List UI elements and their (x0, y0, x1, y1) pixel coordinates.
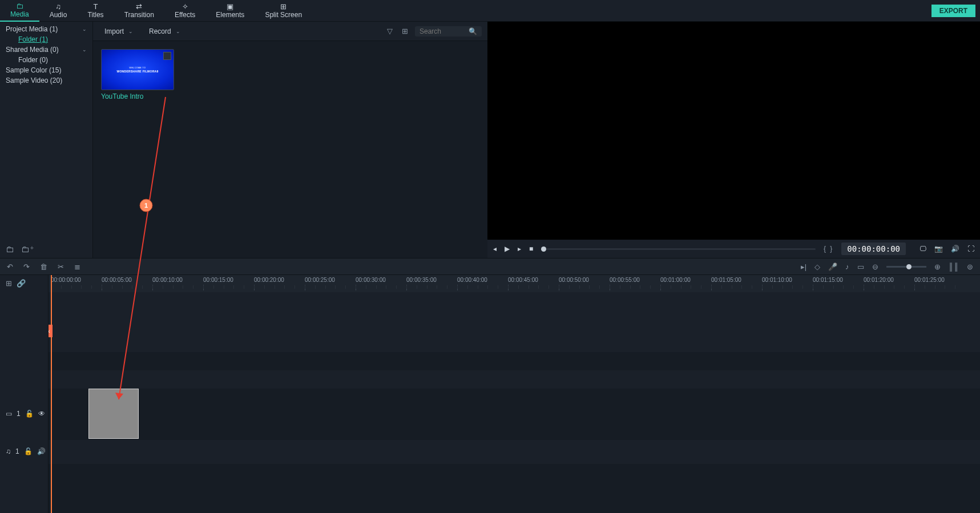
tab-split-screen[interactable]: ⊞ Split Screen (255, 0, 312, 22)
settings-icon[interactable]: ⊚ (967, 262, 973, 271)
sidebar-item-project-media[interactable]: Project Media (1) ⌄ (0, 24, 92, 34)
tab-label: Elements (216, 11, 244, 19)
tab-elements[interactable]: ▣ Elements (205, 0, 255, 22)
time-ruler[interactable]: 00:00:00:0000:00:05:0000:00:10:0000:00:1… (49, 275, 980, 292)
undo-button[interactable]: ↶ (7, 262, 13, 271)
media-tree: Project Media (1) ⌄ Folder (1) Shared Me… (0, 22, 92, 258)
fullscreen-icon[interactable]: ⛶ (967, 245, 974, 253)
ruler-mark: 00:00:30:00 (356, 277, 386, 283)
crop-icon[interactable]: ▭ (857, 262, 864, 271)
text-icon: T (94, 3, 98, 10)
display-icon[interactable]: 🖵 (919, 245, 926, 253)
stop-button[interactable]: ■ (529, 245, 533, 253)
lock-icon[interactable]: 🔓 (24, 447, 33, 455)
audio-mixer-icon[interactable]: ♪ (845, 262, 849, 271)
zoom-handle[interactable] (906, 264, 912, 269)
music-icon: ♫ (55, 3, 61, 10)
new-folder-plus-icon[interactable]: 🗀⁺ (21, 244, 34, 255)
playhead[interactable] (51, 275, 52, 513)
dropdown-label: Record (149, 27, 171, 35)
playhead-handle[interactable]: ‹ (49, 325, 53, 337)
sidebar-item-folder-0[interactable]: Folder (0) (0, 55, 92, 65)
audio-track-num: 1 (15, 447, 19, 455)
track-menu-icon[interactable]: ⊞ (6, 279, 12, 288)
zoom-out-icon[interactable]: ⊖ (872, 262, 878, 271)
redo-button[interactable]: ↷ (23, 262, 30, 271)
search-icon[interactable]: 🔍 (469, 27, 477, 35)
track-headers: ⊞ 🔗 ▭ 1 🔓 👁 ♫ 1 🔓 🔊 (0, 275, 49, 513)
tracks-area[interactable]: 00:00:00:0000:00:05:0000:00:10:0000:00:1… (49, 275, 980, 513)
snapshot-icon[interactable]: 📷 (934, 245, 943, 253)
video-track-1[interactable] (49, 389, 980, 440)
track-row[interactable] (49, 464, 980, 513)
timeline: ⊞ 🔗 ▭ 1 🔓 👁 ♫ 1 🔓 🔊 00:00:00:0000:00:05:… (0, 275, 980, 513)
mark-in-out-icon[interactable]: { } (824, 245, 833, 253)
sidebar-item-folder-1[interactable]: Folder (1) (0, 34, 92, 45)
grid-view-icon[interactable]: ⊞ (400, 27, 410, 35)
tab-label: Titles (87, 11, 103, 19)
link-icon[interactable]: 🔗 (17, 279, 26, 288)
search-input[interactable] (420, 27, 465, 35)
volume-icon[interactable]: 🔊 (951, 245, 959, 253)
chevron-down-icon: ⌄ (82, 47, 87, 52)
ruler-mark: 00:00:20:00 (254, 277, 284, 283)
preview-controls: ◂ ▶ ▸ ■ { } 00:00:00:00 🖵 📷 🔊 ⛶ (487, 240, 980, 258)
add-to-timeline-icon[interactable] (163, 52, 171, 60)
sidebar-item-label: Shared Media (0) (6, 46, 59, 54)
voiceover-icon[interactable]: 🎤 (828, 262, 837, 271)
video-track-num: 1 (17, 410, 21, 418)
tab-effects[interactable]: ✧ Effects (164, 0, 205, 22)
tab-label: Media (10, 10, 29, 18)
video-track-header[interactable]: ▭ 1 🔓 👁 (0, 388, 48, 439)
ruler-mark: 00:01:10:00 (762, 277, 792, 283)
sidebar-actions: 🗀 🗀⁺ (0, 241, 92, 258)
new-folder-icon[interactable]: 🗀 (6, 244, 14, 255)
track-row[interactable] (49, 352, 980, 370)
tab-audio[interactable]: ♫ Audio (39, 0, 78, 22)
sidebar-item-label: Folder (1) (18, 35, 48, 43)
ruler-mark: 00:00:50:00 (559, 277, 589, 283)
play-button[interactable]: ▶ (505, 245, 510, 253)
marker-icon[interactable]: ◇ (814, 262, 820, 271)
preview-progress[interactable] (541, 248, 816, 250)
render-icon[interactable]: ▸| (801, 262, 806, 271)
tab-media[interactable]: 🗀 Media (0, 0, 39, 22)
mute-icon[interactable]: 🔊 (37, 447, 46, 455)
thumb-title: WONDERSHARE FILMORA9 (116, 70, 158, 73)
sidebar-item-sample-color[interactable]: Sample Color (15) (0, 65, 92, 75)
next-frame-button[interactable]: ▸ (518, 245, 521, 253)
export-button[interactable]: EXPORT (931, 5, 975, 17)
lock-icon[interactable]: 🔓 (25, 410, 34, 418)
effects-icon: ✧ (182, 3, 188, 10)
drop-target-placeholder[interactable] (88, 389, 139, 439)
record-dropdown[interactable]: Record ⌄ (143, 26, 186, 37)
delete-button[interactable]: 🗑 (40, 262, 47, 271)
top-tabs: 🗀 Media ♫ Audio T Titles ⇄ Transition ✧ … (0, 0, 980, 22)
edit-button[interactable]: ≣ (74, 262, 80, 271)
zoom-fit-icon[interactable]: ║║ (949, 262, 959, 271)
sidebar-item-sample-video[interactable]: Sample Video (20) (0, 75, 92, 86)
eye-icon[interactable]: 👁 (38, 410, 45, 418)
media-item-youtube-intro[interactable]: WELCOME TO WONDERSHARE FILMORA9 YouTube … (101, 49, 174, 100)
split-button[interactable]: ✂ (58, 262, 64, 271)
tab-titles[interactable]: T Titles (77, 0, 114, 22)
prev-frame-button[interactable]: ◂ (493, 245, 497, 253)
audio-track-1[interactable] (49, 440, 980, 464)
preview-timecode: 00:00:00:00 (841, 243, 906, 255)
track-row[interactable] (49, 370, 980, 389)
zoom-slider[interactable] (886, 266, 926, 268)
audio-track-header[interactable]: ♫ 1 🔓 🔊 (0, 439, 48, 463)
tab-transition[interactable]: ⇄ Transition (114, 0, 164, 22)
media-grid: WELCOME TO WONDERSHARE FILMORA9 YouTube … (93, 41, 487, 258)
folder-icon: 🗀 (16, 2, 23, 10)
import-dropdown[interactable]: Import ⌄ (99, 26, 139, 37)
ruler-mark: 00:00:00:00 (51, 277, 81, 283)
sidebar-item-shared-media[interactable]: Shared Media (0) ⌄ (0, 45, 92, 55)
filter-icon[interactable]: ▽ (385, 27, 395, 35)
track-header-tools: ⊞ 🔗 (0, 275, 48, 291)
ruler-mark: 00:01:00:00 (660, 277, 691, 283)
progress-handle[interactable] (541, 247, 546, 252)
search-wrap: 🔍 (415, 26, 482, 37)
tab-label: Split Screen (265, 11, 302, 19)
zoom-in-icon[interactable]: ⊕ (934, 262, 941, 271)
